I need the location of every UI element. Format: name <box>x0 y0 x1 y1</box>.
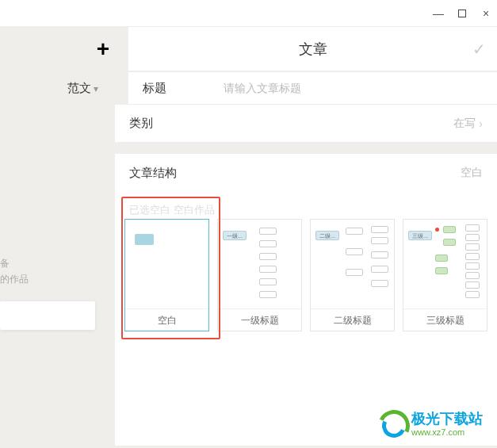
minimize-button[interactable]: — <box>434 6 443 21</box>
blank-node-icon <box>135 234 154 245</box>
watermark-name: 极光下载站 <box>411 412 483 427</box>
template-label: 二级标题 <box>311 308 394 331</box>
template-level1[interactable]: 一级... 一级标题 <box>217 219 302 331</box>
structure-value: 空白 <box>461 166 483 180</box>
title-input[interactable] <box>192 82 483 94</box>
selected-hint: 已选空白 空白作品 <box>129 203 215 217</box>
structure-label: 文章结构 <box>129 166 177 181</box>
top-row: + 文章 ✓ <box>0 27 497 71</box>
titlebar: — × <box>0 0 497 27</box>
tab-article[interactable]: 文章 <box>299 40 327 59</box>
structure-row[interactable]: 文章结构 空白 <box>115 154 497 192</box>
sidebar-hint: 备 的作品 <box>0 255 29 287</box>
sample-dropdown[interactable]: 范文 <box>67 81 98 96</box>
mindmap-root: 二级... <box>315 231 339 240</box>
second-row: 范文 标题 <box>0 71 497 105</box>
category-value: 在写 <box>453 117 476 131</box>
title-label: 标题 <box>143 81 192 96</box>
mindmap-root: 一级... <box>223 231 247 240</box>
section-divider <box>115 143 497 154</box>
category-label: 类别 <box>129 116 178 131</box>
template-gallery: 已选空白 空白作品 空白 一级... <box>115 197 497 355</box>
watermark-url: www.xz7.com <box>411 427 483 437</box>
template-blank[interactable]: 空白 <box>124 219 209 331</box>
template-label: 三级标题 <box>403 308 487 331</box>
chevron-right-icon: › <box>479 117 483 130</box>
watermark: 极光下载站 www.xz7.com <box>378 410 483 438</box>
sidebar-input-box[interactable] <box>0 301 95 330</box>
template-level3[interactable]: 三级... 三级标题 <box>403 219 487 331</box>
mindmap-root: 三级... <box>408 231 432 240</box>
template-level2[interactable]: 二级... 二级标题 <box>310 219 395 331</box>
logo-icon <box>378 410 407 438</box>
maximize-button[interactable] <box>457 6 467 21</box>
category-row[interactable]: 类别 在写 › <box>115 105 497 143</box>
template-label: 一级标题 <box>218 308 301 331</box>
add-button[interactable]: + <box>97 38 109 60</box>
template-label: 空白 <box>125 308 208 331</box>
confirm-icon[interactable]: ✓ <box>472 40 486 59</box>
close-button[interactable]: × <box>481 6 491 21</box>
